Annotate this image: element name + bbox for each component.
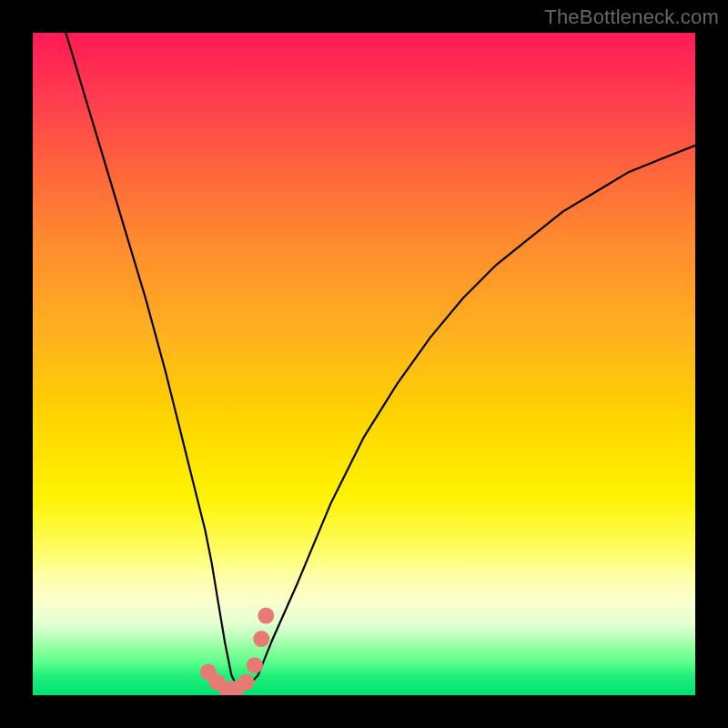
watermark-label: TheBottleneck.com (544, 5, 719, 29)
marker-group (200, 608, 274, 695)
chart-frame: TheBottleneck.com (0, 0, 728, 728)
curve-marker (253, 631, 269, 647)
bottleneck-curve (66, 33, 695, 689)
curve-marker (258, 608, 274, 624)
curve-marker (247, 657, 263, 673)
curve-layer (33, 33, 695, 695)
plot-area (33, 33, 695, 695)
curve-marker (238, 673, 254, 690)
